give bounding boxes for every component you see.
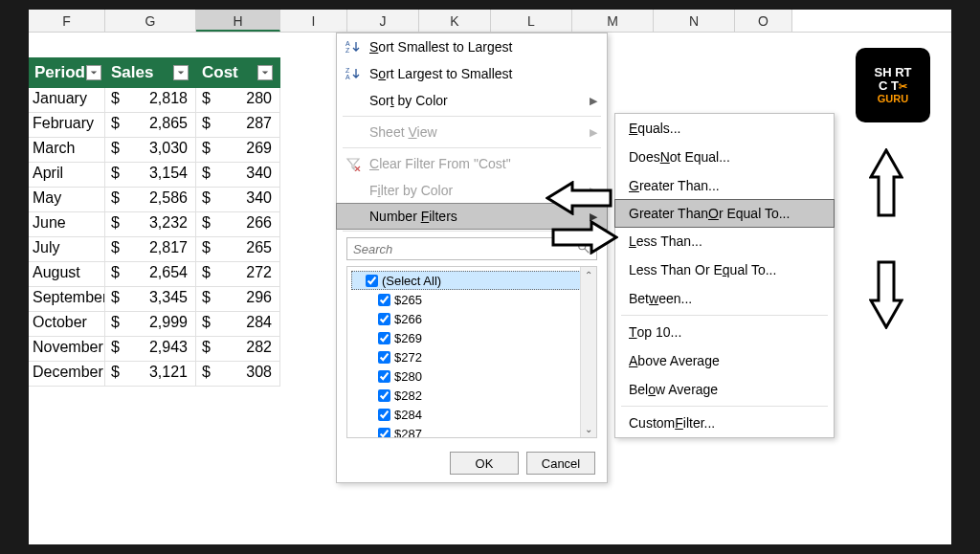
filter-between[interactable]: Between... — [615, 284, 834, 313]
select-all-checkbox[interactable]: (Select All) — [351, 271, 592, 290]
col-J[interactable]: J — [347, 10, 419, 32]
filter-value-checkbox[interactable]: $284 — [351, 405, 592, 424]
svg-text:A: A — [345, 74, 350, 80]
cell-sales[interactable]: $3,345 — [105, 287, 196, 312]
sort-asc[interactable]: AZ Sort Smallest to Largest — [337, 33, 607, 60]
filter-value-checkbox[interactable]: $272 — [351, 347, 592, 366]
filter-value-checkbox[interactable]: $266 — [351, 309, 592, 328]
cell-period[interactable]: March — [29, 138, 105, 163]
col-K[interactable]: K — [419, 10, 491, 32]
filter-greater-equal[interactable]: Greater Than Or Equal To... — [614, 199, 835, 228]
cell-sales[interactable]: $2,943 — [105, 337, 196, 362]
col-H[interactable]: H — [196, 10, 280, 32]
logo-line1: SH RT — [875, 66, 912, 79]
column-headers: F G H I J K L M N O — [29, 10, 951, 33]
filter-above-avg[interactable]: Above Average — [615, 346, 834, 375]
ok-button[interactable]: OK — [450, 452, 519, 475]
cell-cost[interactable]: $340 — [196, 163, 280, 188]
cell-sales[interactable]: $2,818 — [105, 88, 196, 113]
filter-dropdown-icon[interactable] — [173, 65, 189, 80]
cell-sales[interactable]: $3,121 — [105, 362, 196, 387]
filter-dropdown-icon[interactable] — [86, 65, 101, 80]
sort-asc-icon: AZ — [345, 38, 362, 55]
col-O[interactable]: O — [735, 10, 792, 32]
cell-sales[interactable]: $2,817 — [105, 237, 196, 262]
clear-filter-icon — [345, 155, 362, 172]
filter-less-than[interactable]: Less Than... — [615, 227, 834, 255]
cell-cost[interactable]: $280 — [196, 88, 280, 113]
scroll-down-icon[interactable]: ⌄ — [581, 421, 596, 437]
svg-text:Z: Z — [345, 67, 350, 74]
filter-value-checkbox[interactable]: $269 — [351, 328, 592, 347]
cell-cost[interactable]: $265 — [196, 237, 280, 262]
cell-period[interactable]: July — [29, 237, 105, 262]
cell-cost[interactable]: $284 — [196, 312, 280, 337]
cancel-button[interactable]: Cancel — [526, 452, 595, 475]
header-period[interactable]: Period — [29, 57, 105, 88]
cell-cost[interactable]: $308 — [196, 362, 280, 387]
col-M[interactable]: M — [572, 10, 654, 32]
cell-cost[interactable]: $266 — [196, 212, 280, 237]
filter-value-checkbox[interactable]: $287 — [351, 424, 592, 438]
filter-top10[interactable]: Top 10... — [615, 318, 834, 346]
col-F[interactable]: F — [29, 10, 105, 32]
cell-cost[interactable]: $272 — [196, 262, 280, 287]
cell-period[interactable]: April — [29, 163, 105, 188]
filter-value-checkbox[interactable]: $280 — [351, 366, 592, 386]
cell-sales[interactable]: $3,030 — [105, 138, 196, 163]
header-period-label: Period — [34, 63, 85, 82]
cell-period[interactable]: January — [29, 88, 105, 113]
cell-sales[interactable]: $2,999 — [105, 312, 196, 337]
logo-line2: C T✂ — [879, 79, 907, 93]
cell-sales[interactable]: $2,654 — [105, 262, 196, 287]
cell-period[interactable]: June — [29, 212, 105, 237]
filter-dropdown-icon[interactable] — [257, 65, 273, 80]
cell-period[interactable]: August — [29, 262, 105, 287]
cell-period[interactable]: December — [29, 362, 105, 387]
filter-values-pane[interactable]: (Select All)$265$266$269$272$280$282$284… — [346, 266, 597, 438]
filter-not-equal[interactable]: Does Not Equal... — [615, 143, 834, 171]
filter-less-equal[interactable]: Less Than Or Equal To... — [615, 255, 834, 284]
sheet-view: Sheet View▶ — [337, 119, 607, 145]
cell-sales[interactable]: $3,154 — [105, 163, 196, 188]
svg-text:Z: Z — [345, 47, 350, 54]
col-I[interactable]: I — [280, 10, 347, 32]
cell-sales[interactable]: $2,586 — [105, 188, 196, 212]
filter-context-menu: AZ Sort Smallest to Largest ZA Sort Larg… — [336, 33, 608, 483]
filter-below-avg[interactable]: Below Average — [615, 375, 834, 404]
arrow-left-icon — [546, 181, 612, 215]
sort-by-color[interactable]: Sort by Color▶ — [337, 87, 607, 114]
header-cost[interactable]: Cost — [196, 57, 280, 88]
sort-desc[interactable]: ZA Sort Largest to Smallest — [337, 60, 607, 87]
col-L[interactable]: L — [491, 10, 572, 32]
cell-cost[interactable]: $287 — [196, 113, 280, 138]
clear-filter: Clear Filter From "Cost" — [337, 150, 607, 177]
cell-period[interactable]: November — [29, 337, 105, 362]
cell-cost[interactable]: $296 — [196, 287, 280, 312]
cell-sales[interactable]: $2,865 — [105, 113, 196, 138]
cell-period[interactable]: February — [29, 113, 105, 138]
search-input[interactable] — [353, 242, 577, 256]
arrow-right-icon — [551, 220, 618, 255]
header-sales[interactable]: Sales — [105, 57, 196, 88]
cell-period[interactable]: October — [29, 312, 105, 337]
sort-desc-icon: ZA — [345, 65, 362, 82]
cell-cost[interactable]: $282 — [196, 337, 280, 362]
filter-equals[interactable]: Equals... — [615, 114, 834, 143]
cell-cost[interactable]: $269 — [196, 138, 280, 163]
filter-value-checkbox[interactable]: $265 — [351, 290, 592, 309]
cell-sales[interactable]: $3,232 — [105, 212, 196, 237]
col-N[interactable]: N — [654, 10, 735, 32]
filter-value-checkbox[interactable]: $282 — [351, 386, 592, 405]
col-G[interactable]: G — [105, 10, 196, 32]
scrollbar[interactable]: ⌃ ⌄ — [580, 267, 596, 437]
svg-text:A: A — [345, 40, 350, 47]
cell-cost[interactable]: $340 — [196, 188, 280, 212]
cell-period[interactable]: September — [29, 287, 105, 312]
cell-period[interactable]: May — [29, 188, 105, 212]
scroll-up-icon[interactable]: ⌃ — [581, 267, 596, 283]
logo-line3: GURU — [878, 93, 908, 104]
filter-custom[interactable]: Custom Filter... — [615, 409, 834, 437]
arrow-down-icon — [869, 260, 903, 329]
filter-greater-than[interactable]: Greater Than... — [615, 171, 834, 200]
